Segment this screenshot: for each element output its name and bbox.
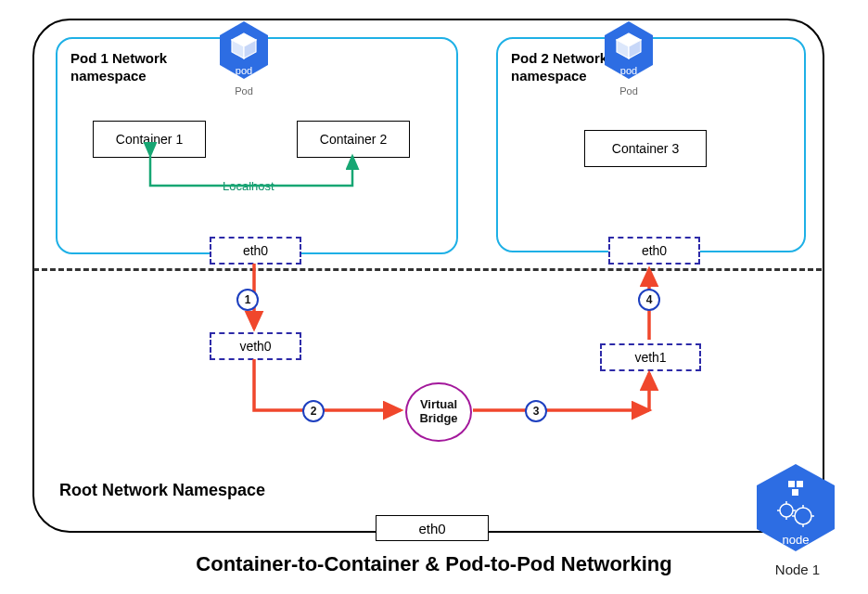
pod1-title-line2: namespace xyxy=(70,68,147,84)
pod1-title-line1: Pod 1 Network xyxy=(70,50,167,66)
pod1-title: Pod 1 Network namespace xyxy=(70,50,167,85)
localhost-label: Localhost xyxy=(223,179,274,193)
root-eth0: eth0 xyxy=(376,515,489,541)
root-namespace-label: Root Network Namespace xyxy=(59,481,265,500)
pod2-title-line2: namespace xyxy=(511,68,587,84)
pod2-title: Pod 2 Network namespace xyxy=(511,50,607,85)
node-icon-text: node xyxy=(783,533,810,547)
pod1-eth0: eth0 xyxy=(210,237,301,265)
container1: Container 1 xyxy=(93,121,206,158)
container3: Container 3 xyxy=(584,130,707,167)
pod2-eth0: eth0 xyxy=(608,237,700,265)
step-2: 2 xyxy=(302,400,325,422)
node-label: Node 1 xyxy=(760,562,835,577)
veth1: veth1 xyxy=(600,343,701,371)
step-1: 1 xyxy=(236,289,259,311)
container2: Container 2 xyxy=(297,121,410,158)
veth0: veth0 xyxy=(210,332,301,360)
virtual-bridge: Virtual Bridge xyxy=(405,382,472,442)
pod1-icon-caption: Pod xyxy=(225,85,262,97)
step-4: 4 xyxy=(638,289,660,311)
pod2-icon-caption: Pod xyxy=(610,85,647,97)
namespace-divider xyxy=(33,268,822,271)
pod2-title-line1: Pod 2 Network xyxy=(511,50,607,66)
step-3: 3 xyxy=(525,400,547,422)
diagram-title: Container-to-Container & Pod-to-Pod Netw… xyxy=(0,552,868,576)
